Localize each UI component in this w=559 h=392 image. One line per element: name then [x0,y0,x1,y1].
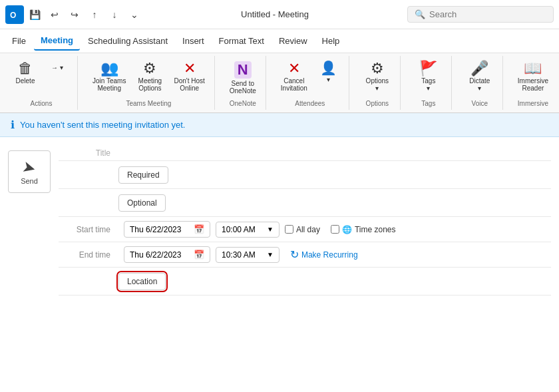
delete-button[interactable]: 🗑 Delete [11,59,40,87]
search-input[interactable] [429,9,536,19]
immersive-group-label: Immersive [518,100,548,107]
move-up-button[interactable]: ↑ [87,7,102,23]
ribbon-actions-items: 🗑 Delete → ▾ [11,59,72,98]
title-field-label: Title [59,148,118,158]
timezone-checkbox[interactable] [331,225,339,234]
save-button[interactable]: 💾 [27,7,43,23]
info-banner: ℹ You haven't sent this meeting invitati… [0,113,559,137]
timezone-label: Time zones [355,225,396,234]
ribbon-voice-items: 🎤 Dictate▾ [463,59,497,98]
titlebar-actions: 💾 ↩ ↪ ↑ ↓ ⌄ [27,7,142,23]
tags-button[interactable]: 🚩 Tags▾ [411,59,446,95]
cancel-invitation-button[interactable]: ✕ CancelInvitation [277,59,311,95]
window-title: Untitled - Meeting [145,9,405,19]
globe-icon: 🌐 [342,225,352,234]
actions-group-label: Actions [31,100,53,107]
optional-row: Optional [59,189,551,217]
ribbon-group-actions: 🗑 Delete → ▾ Actions [5,56,78,110]
title-bar: O 💾 ↩ ↪ ↑ ↓ ⌄ Untitled - Meeting 🔍 [0,0,559,29]
start-time-dropdown-icon[interactable]: ▼ [267,226,274,233]
move-down-button[interactable]: ↓ [106,7,122,23]
menu-item-meeting[interactable]: Meeting [34,31,80,51]
end-time-input[interactable] [222,250,264,260]
send-icon: ➤ [21,157,39,178]
start-calendar-icon[interactable]: 📅 [194,224,204,234]
teams-icon: 👥 [100,61,118,76]
menu-item-insert[interactable]: Insert [176,32,211,50]
ribbon-onenote-items: N Send toOneNote [226,59,260,98]
ribbon-group-teams: 👥 Join TeamsMeeting ⚙ MeetingOptions ✕ D… [83,56,215,110]
location-row: Location [59,268,551,295]
end-time-field[interactable]: ▼ [216,247,280,263]
required-row: Required [59,161,551,189]
start-time-input[interactable] [222,225,264,234]
recurring-icon: ↻ [290,248,299,261]
svg-text:O: O [10,11,16,20]
dont-host-icon: ✕ [184,61,196,76]
meeting-options-icon: ⚙ [143,61,156,76]
optional-button[interactable]: Optional [118,194,166,212]
teams-group-label: Teams Meeting [126,100,171,107]
make-recurring-button[interactable]: ↻ Make Recurring [290,248,358,261]
options-button[interactable]: ⚙ Options▾ [360,59,395,95]
dont-host-online-button[interactable]: ✕ Don't HostOnline [170,59,208,95]
timezone-checkbox-label[interactable]: 🌐 Time zones [331,225,396,234]
ribbon-group-onenote: N Send toOneNote OneNote [220,56,266,110]
ribbon: 🗑 Delete → ▾ Actions 👥 Join TeamsMeeting… [0,53,559,113]
attendees-icon: 👤 [320,61,337,75]
menu-item-scheduling-assistant[interactable]: Scheduling Assistant [81,32,174,50]
dictate-button[interactable]: 🎤 Dictate▾ [463,59,497,95]
meeting-options-button[interactable]: ⚙ MeetingOptions [132,59,167,95]
end-date-field[interactable]: 📅 [124,246,210,263]
end-time-dropdown-icon[interactable]: ▼ [267,251,274,258]
end-time-row: End time 📅 ▼ ↻ Make Recurring [59,242,551,268]
start-date-input[interactable] [130,225,190,234]
menu-item-review[interactable]: Review [272,32,314,50]
send-button[interactable]: ➤ Send [8,150,51,193]
form-fields: Title Required Optional Start time 📅 ▼ [59,145,551,295]
customize-button[interactable]: ⌄ [126,7,142,23]
menu-item-help[interactable]: Help [315,32,347,50]
banner-text: You haven't sent this meeting invitation… [20,120,185,130]
start-time-field[interactable]: ▼ [216,222,280,238]
end-time-label: End time [59,250,118,260]
all-day-checkbox[interactable] [285,225,293,234]
cancel-invitation-icon: ✕ [288,61,300,76]
options-icon: ⚙ [371,61,384,76]
attendees-group-label: Attendees [295,100,325,107]
tags-icon: 🚩 [419,61,437,76]
options-group-label: Options [366,100,389,107]
ribbon-immersive-items: 📖 ImmersiveReader [514,59,552,98]
ribbon-group-tags: 🚩 Tags▾ Tags [406,56,452,110]
start-date-field[interactable]: 📅 [124,221,210,238]
end-calendar-icon[interactable]: 📅 [194,250,204,260]
menu-bar: File Meeting Scheduling Assistant Insert… [0,29,559,53]
ribbon-options-items: ⚙ Options▾ [360,59,395,98]
undo-button[interactable]: ↩ [47,7,63,23]
immersive-reader-button[interactable]: 📖 ImmersiveReader [514,59,552,95]
menu-item-file[interactable]: File [5,32,33,50]
location-button[interactable]: Location [118,273,166,290]
info-icon: ℹ [11,118,15,131]
ribbon-group-options: ⚙ Options▾ Options [355,56,401,110]
all-day-checkbox-label[interactable]: All day [285,225,320,234]
start-time-row: Start time 📅 ▼ All day 🌐 Time zones [59,217,551,242]
all-day-label: All day [296,225,320,234]
required-button[interactable]: Required [118,166,168,184]
redo-button[interactable]: ↪ [67,7,83,23]
start-time-label: Start time [59,225,118,234]
onenote-icon: N [234,61,252,79]
send-to-onenote-button[interactable]: N Send toOneNote [226,59,260,97]
delete-dropdown-button[interactable]: → ▾ [43,59,72,74]
send-label: Send [21,177,38,185]
delete-icon: 🗑 [18,61,33,76]
voice-group-label: Voice [472,100,488,107]
join-teams-meeting-button[interactable]: 👥 Join TeamsMeeting [89,59,130,95]
search-box[interactable]: 🔍 [407,6,554,23]
title-input[interactable] [118,148,551,158]
attendees-options-button[interactable]: 👤 ▾ [314,59,343,86]
menu-item-format-text[interactable]: Format Text [212,32,271,50]
end-date-input[interactable] [130,250,190,260]
ribbon-group-immersive: 📖 ImmersiveReader Immersive [508,56,558,110]
immersive-reader-icon: 📖 [524,61,542,76]
